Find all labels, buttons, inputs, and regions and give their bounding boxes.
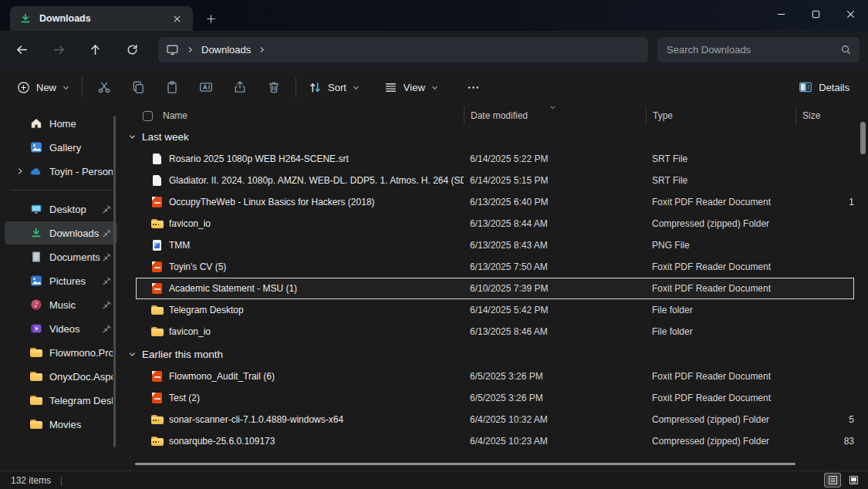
sidebar-item-gallery[interactable]: Gallery (5, 136, 117, 159)
file-type: Compressed (zipped) Folder (646, 436, 795, 447)
file-row-favicon-io[interactable]: favicon_io6/13/2025 8:46 AMFile folder (136, 321, 854, 342)
cut-button[interactable] (87, 73, 121, 101)
chevron-right-icon[interactable] (258, 46, 265, 53)
group-header-last-week[interactable]: Last week (128, 125, 868, 148)
file-row-tmm[interactable]: TMM6/13/2025 8:43 AMPNG File (136, 234, 854, 256)
file-row-test-2[interactable]: Test (2)6/5/2025 3:26 PMFoxit PDF Reader… (136, 387, 854, 409)
zipped-folder-icon (151, 435, 164, 447)
sort-button[interactable]: Sort (301, 73, 367, 101)
file-row-sonarqube-25-6-0-109173[interactable]: sonarqube-25.6.0.1091736/4/2025 10:23 AM… (136, 430, 854, 452)
file-row-academic-statement-msu-1[interactable]: Academic Statement - MSU (1)6/10/2025 7:… (136, 278, 854, 299)
paste-button[interactable] (155, 73, 189, 101)
file-row-toyin-s-cv-5[interactable]: Toyin's CV (5)6/13/2025 7:50 AMFoxit PDF… (136, 256, 854, 278)
svg-text:♪: ♪ (34, 301, 39, 309)
sidebar-scrollbar[interactable] (113, 116, 116, 447)
file-date-modified: 6/13/2025 8:43 AM (464, 240, 646, 251)
sidebar-item-movies[interactable]: Movies (5, 413, 117, 436)
sidebar-item-label: Videos (49, 323, 102, 335)
rename-button[interactable] (189, 73, 223, 101)
file-row-occupytheweb-linux-basics-for-hackers-2018[interactable]: OccupyTheWeb - Linux Basics for Hackers … (136, 191, 854, 213)
chevron-down-icon (128, 133, 137, 141)
vertical-scrollbar-thumb[interactable] (860, 122, 866, 154)
file-row-telegram-desktop[interactable]: Telegram Desktop6/14/2025 5:42 PMFile fo… (136, 299, 854, 321)
pdf-file-icon (151, 196, 164, 208)
refresh-button[interactable] (118, 35, 146, 63)
file-row-gladiator-ii-2024-1080p-amzn-web-dl-ddp5-1-atmos-h-264-sd[interactable]: Gladiator. II. 2024. 1080p. AMZN. WEB-DL… (136, 170, 854, 191)
navigation-bar: Downloads (0, 31, 868, 68)
scissors-icon (97, 80, 111, 94)
column-header-size[interactable]: Size (795, 106, 854, 125)
select-all-checkbox[interactable] (143, 111, 153, 121)
details-pane-button[interactable]: Details (791, 73, 857, 101)
back-button[interactable] (8, 35, 35, 63)
sidebar-item-telegram-deskto[interactable]: Telegram Deskto (5, 389, 117, 412)
file-row-favicon-io[interactable]: favicon_io6/13/2025 8:44 AMCompressed (z… (136, 213, 854, 234)
tab-close-icon[interactable] (168, 10, 185, 27)
videos-icon (29, 322, 42, 335)
up-button[interactable] (81, 35, 109, 63)
address-bar[interactable]: Downloads (158, 37, 648, 62)
document-file-icon (151, 174, 164, 187)
music-icon: ♪ (29, 298, 42, 311)
thumbnail-view-toggle[interactable] (845, 473, 862, 487)
file-list-body: Last weekRosario 2025 1080p WEB H264-SCE… (123, 125, 868, 452)
pdf-file-icon (151, 370, 164, 383)
file-name: Academic Statement - MSU (1) (136, 282, 464, 295)
view-list-icon (384, 81, 397, 94)
column-header-name[interactable]: Name (136, 106, 464, 125)
sidebar-item-music[interactable]: ♪Music (5, 293, 117, 316)
group-header-earlier-this-month[interactable]: Earlier this month (128, 342, 868, 366)
file-row-sonar-scanner-cli-7-1-0-4889-windows-x64[interactable]: sonar-scanner-cli-7.1.0.4889-windows-x64… (136, 409, 854, 430)
clipboard-icon (165, 80, 179, 94)
desktop-icon (29, 203, 42, 215)
sidebar-item-downloads[interactable]: Downloads (5, 221, 117, 244)
file-name: Rosario 2025 1080p WEB H264-SCENE.srt (136, 153, 464, 165)
copy-button[interactable] (121, 73, 155, 101)
chevron-down-icon (128, 350, 137, 359)
chevron-right-icon[interactable] (11, 167, 29, 175)
file-name-text: Academic Statement - MSU (1) (169, 283, 297, 294)
delete-button[interactable] (257, 73, 291, 101)
horizontal-scrollbar-thumb[interactable] (135, 463, 795, 465)
sidebar-item-flowmono-proc[interactable]: Flowmono.Proc (5, 341, 117, 364)
new-tab-button[interactable] (201, 10, 220, 27)
sidebar-item-label: Flowmono.Proc (49, 347, 113, 359)
minimize-button[interactable] (764, 0, 799, 28)
file-row-rosario-2025-1080p-web-h264-scene-srt[interactable]: Rosario 2025 1080p WEB H264-SCENE.srt6/1… (136, 148, 854, 170)
search-icon[interactable] (840, 44, 852, 56)
status-divider: | (60, 475, 62, 486)
close-button[interactable] (833, 0, 868, 28)
search-box[interactable] (657, 37, 860, 62)
tab-downloads[interactable]: Downloads (10, 6, 193, 31)
forward-button[interactable] (45, 35, 73, 63)
sidebar-item-toyin-personal[interactable]: Toyin - Personal (5, 160, 117, 183)
column-header-date-modified[interactable]: Date modified (464, 106, 646, 125)
folder-icon (29, 418, 42, 430)
items-count: 132 items (11, 475, 51, 486)
sidebar-item-documents[interactable]: Documents (5, 245, 117, 268)
details-view-toggle[interactable] (824, 473, 841, 487)
new-button[interactable]: New (9, 73, 77, 101)
pin-icon (102, 276, 113, 286)
pin-icon (102, 228, 113, 238)
sidebar-item-home[interactable]: Home (5, 112, 117, 135)
sidebar-item-desktop[interactable]: Desktop (5, 197, 117, 221)
sidebar-item-onyxdoc-aspos[interactable]: OnyxDoc.Aspos (5, 365, 117, 388)
rename-icon (199, 80, 213, 94)
view-button[interactable]: View (377, 73, 446, 101)
vertical-scrollbar[interactable] (860, 108, 866, 463)
image-file-icon (151, 239, 164, 251)
share-button[interactable] (223, 73, 257, 101)
pin-icon (102, 276, 112, 286)
maximize-button[interactable] (799, 0, 833, 28)
sidebar-item-videos[interactable]: Videos (5, 317, 117, 340)
this-pc-icon[interactable] (166, 43, 179, 56)
file-row-flowmono-audit-trail-6[interactable]: Flowmono_Audit_Trail (6)6/5/2025 3:26 PM… (136, 366, 854, 387)
search-input[interactable] (667, 44, 840, 56)
file-type: File folder (646, 305, 795, 315)
breadcrumb-downloads[interactable]: Downloads (201, 44, 251, 56)
column-header-type[interactable]: Type (646, 106, 795, 125)
file-name-text: Flowmono_Audit_Trail (6) (169, 371, 275, 382)
sidebar-item-pictures[interactable]: Pictures (5, 269, 117, 292)
more-options-button[interactable] (457, 73, 491, 101)
